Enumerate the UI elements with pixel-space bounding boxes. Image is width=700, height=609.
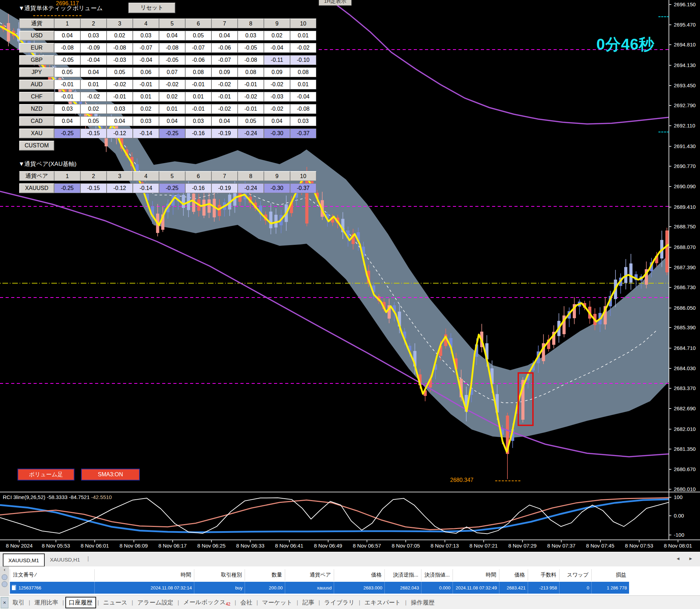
table-value-cell: 0.04	[54, 116, 80, 126]
menu-item-1[interactable]: 運用比率	[31, 597, 61, 608]
trades-cell-5[interactable]: 2683.000	[334, 582, 384, 594]
purple-upper-ma	[328, 0, 669, 124]
price-axis-label: 2696.150	[674, 1, 696, 7]
table-value-cell: 0.08	[185, 67, 211, 77]
menu-item-5[interactable]: メールボックス42	[181, 597, 233, 608]
menu-item-0[interactable]: 取引	[10, 597, 27, 608]
menu-item-4[interactable]: アラーム設定	[135, 597, 176, 608]
table-value-cell: 0.02	[80, 104, 107, 114]
trades-header-7[interactable]: 決済指値...	[421, 569, 453, 581]
menu-item-7[interactable]: マーケット	[259, 597, 295, 608]
table-column-header: 6	[185, 171, 211, 181]
table-value-cell: -0.12	[107, 129, 133, 138]
table-value-cell: -0.25	[54, 129, 80, 138]
reset-button[interactable]: リセット	[128, 2, 175, 13]
trades-cell-11[interactable]: 0	[559, 582, 591, 594]
trades-header-3[interactable]: 数量	[245, 569, 285, 581]
tab-xauusd-m1[interactable]: XAUUSD,M1	[3, 553, 45, 567]
row-label-aud[interactable]: AUD	[19, 80, 54, 89]
trades-cell-4[interactable]: xauusd	[285, 582, 334, 594]
trade-history-row[interactable]: 1256377662024.11.08 07:32:14buy200.00xau…	[10, 582, 629, 594]
table-value-cell: -0.30	[264, 183, 290, 193]
menu-item-6[interactable]: 会社	[238, 597, 255, 608]
sma3-toggle-button[interactable]: SMA3:ON	[81, 469, 140, 480]
trades-header-1[interactable]: 時間	[94, 569, 194, 581]
row-label-nzd[interactable]: NZD	[19, 104, 54, 114]
trades-cell-2[interactable]: buy	[194, 582, 245, 594]
tab-scroll-arrows[interactable]: ◄ ►	[676, 556, 697, 561]
price-axis-label: 2692.790	[674, 102, 696, 108]
time-axis-label: 8 Nov 06:49	[314, 543, 342, 549]
table-value-cell: 0.05	[80, 116, 107, 126]
table-column-header: 10	[290, 19, 316, 28]
row-label-jpy[interactable]: JPY	[19, 67, 54, 77]
price-axis-label: 2690.090	[674, 183, 696, 189]
menu-separator: |	[404, 599, 408, 606]
menu-item-3[interactable]: ニュース	[100, 597, 130, 608]
menu-item-9[interactable]: ライブラリ	[322, 597, 358, 608]
tab-xauusd-h1[interactable]: XAUUSD,H1	[45, 553, 85, 565]
trades-header-5[interactable]: 価格	[334, 569, 384, 581]
trades-header-6[interactable]: 決済逆指...	[384, 569, 421, 581]
trades-cell-9[interactable]: 2683.421	[499, 582, 528, 594]
row-label-xauusd[interactable]: XAUUSD	[19, 183, 54, 193]
trades-cell-6[interactable]: 2682.043	[384, 582, 421, 594]
table-column-header: 3	[107, 171, 133, 181]
table-value-cell: 0.03	[54, 104, 80, 114]
trades-cell-12[interactable]: 1 286 778	[591, 582, 629, 594]
row-label-chf[interactable]: CHF	[19, 92, 54, 102]
menu-item-10[interactable]: エキスパート	[362, 597, 404, 608]
trades-cell-1[interactable]: 2024.11.08 07:32:14	[94, 582, 194, 594]
row-label-custom[interactable]: CUSTOM	[19, 141, 54, 151]
time-axis-label: 8 Nov 07:37	[547, 543, 576, 549]
menu-separator: |	[61, 599, 65, 606]
table-value-cell: -0.16	[185, 183, 211, 193]
table-value-cell: -0.09	[80, 43, 107, 53]
candle-body	[187, 191, 190, 210]
row-label-cad[interactable]: CAD	[19, 116, 54, 126]
collapse-icon[interactable]: ‹	[0, 566, 9, 572]
menu-item-8[interactable]: 記事	[300, 597, 317, 608]
time-axis-label: 8 Nov 06:33	[236, 543, 265, 549]
price-tick	[669, 408, 671, 409]
menu-item-11[interactable]: 操作履歴	[408, 597, 437, 608]
volume-candle-button[interactable]: ボリューム足	[17, 469, 74, 480]
trades-header-11[interactable]: スワップ	[559, 569, 591, 581]
price-tick	[669, 327, 671, 328]
price-axis-label: 2686.050	[674, 305, 696, 311]
trades-header-9[interactable]: 価格	[499, 569, 528, 581]
price-axis-label: 2680.010	[674, 486, 696, 492]
row-label-eur[interactable]: EUR	[19, 43, 54, 53]
time-axis-label: 8 Nov 05:53	[42, 543, 70, 549]
table-value-cell: -0.03	[264, 92, 290, 102]
time-tick	[561, 540, 562, 542]
row-label-gbp[interactable]: GBP	[19, 55, 54, 65]
table-value-cell: 0.04	[54, 31, 80, 41]
trades-header-2[interactable]: 取引種別	[194, 569, 245, 581]
trades-header-12[interactable]: 損益	[591, 569, 629, 581]
low-price-label: 2680.347	[450, 477, 474, 483]
price-axis-label: 2682.690	[674, 405, 696, 411]
trades-cell-0[interactable]: 125637766	[10, 582, 94, 594]
time-axis-label: 8 Nov 2024	[6, 543, 33, 549]
candle-body	[208, 199, 211, 213]
panel-close-icon[interactable]: ✕	[1, 597, 8, 608]
trades-cell-10[interactable]: -213 958	[528, 582, 559, 594]
time-tick	[211, 540, 212, 542]
h1-display-button[interactable]: 1H足表示	[319, 0, 352, 6]
menu-item-2[interactable]: 口座履歴	[65, 597, 96, 608]
trades-header-8[interactable]: 時間	[453, 569, 499, 581]
table-value-cell: -0.06	[185, 55, 211, 65]
trades-cell-8[interactable]: 2024.11.08 07:32:49	[453, 582, 499, 594]
trades-cell-7[interactable]: 0.000	[421, 582, 453, 594]
trades-header-0[interactable]: 注文番号 ∕	[10, 569, 94, 581]
row-label-usd[interactable]: USD	[19, 31, 54, 41]
trades-header-10[interactable]: 手数料	[528, 569, 559, 581]
trades-cell-3[interactable]: 200.00	[245, 582, 285, 594]
high-price-dash	[33, 15, 81, 16]
trades-header-4[interactable]: 通貨ペア	[285, 569, 334, 581]
table-value-cell: 0.09	[211, 67, 238, 77]
price-tick	[669, 388, 671, 389]
row-label-xau[interactable]: XAU	[19, 129, 54, 138]
toolbar-icon[interactable]	[2, 574, 7, 580]
